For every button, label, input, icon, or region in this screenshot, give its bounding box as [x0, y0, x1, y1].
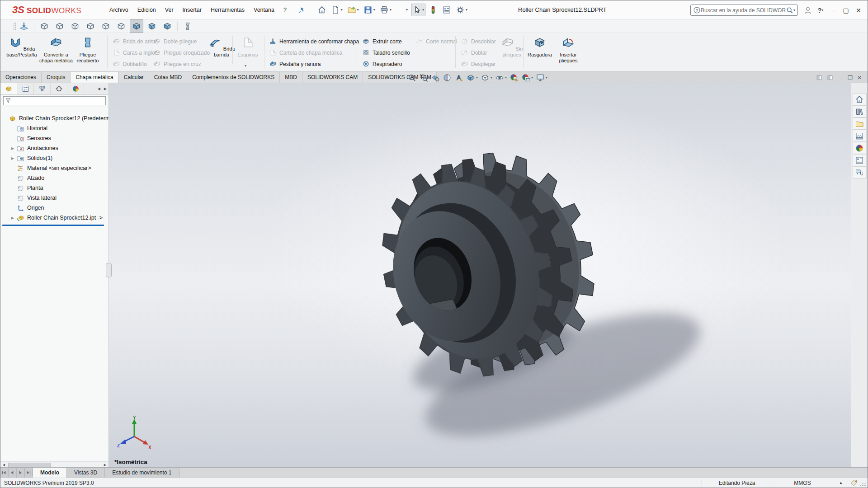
- menu-ver[interactable]: Ver: [160, 4, 178, 16]
- tree-item-vista-lateral[interactable]: Vista lateral: [0, 193, 108, 203]
- options-button[interactable]: ▾: [454, 4, 469, 16]
- menu-ventana[interactable]: Ventana: [249, 4, 279, 16]
- tree-item-root[interactable]: Roller Chain Sprocket12 (Predetermin: [0, 113, 108, 123]
- tree-item-imported-part[interactable]: ▶Roller Chain Sprocket12.ipt ->: [0, 213, 108, 223]
- file-properties-button[interactable]: [441, 4, 453, 16]
- minimize-button[interactable]: –: [827, 4, 840, 17]
- hide-show-items-button[interactable]: ▾: [495, 73, 507, 82]
- tag-icon[interactable]: [850, 479, 858, 487]
- tab-nav-first[interactable]: [0, 468, 9, 478]
- convertir-chapa-button[interactable]: Convertir a chapa metálica: [39, 35, 73, 64]
- taladro-sencillo-button[interactable]: Taladro sencillo: [362, 47, 410, 58]
- rebuild-button[interactable]: [427, 4, 439, 16]
- taskpane-design-library-button[interactable]: [853, 105, 867, 117]
- taskpane-view-palette-button[interactable]: [853, 130, 867, 142]
- tool-button[interactable]: [181, 19, 194, 33]
- tree-item-anotaciones[interactable]: ▶AAnotaciones: [0, 143, 108, 153]
- rasgadura-button[interactable]: Rasgadura: [525, 35, 555, 58]
- menu-archivo[interactable]: Archivo: [105, 4, 133, 16]
- view-right-button[interactable]: [84, 19, 97, 33]
- scroll-thumb[interactable]: [8, 463, 51, 468]
- doc-close-button[interactable]: ✕: [857, 75, 862, 81]
- respiradero-button[interactable]: Respiradero: [362, 58, 410, 70]
- tab-nav-last[interactable]: [25, 468, 33, 478]
- print-button[interactable]: ▾: [378, 4, 393, 16]
- taskpane-custom-properties-button[interactable]: [853, 154, 867, 166]
- tab-nav-next[interactable]: [17, 468, 25, 478]
- esquinas-flyout-caret[interactable]: ▾: [245, 64, 246, 68]
- tab-mbd[interactable]: MBD: [280, 72, 302, 83]
- view-isometric-button[interactable]: [130, 19, 143, 33]
- taskpane-forum-button[interactable]: [853, 166, 867, 178]
- apply-scene-button[interactable]: ▾: [521, 73, 533, 82]
- view-orientation-button[interactable]: ▾: [466, 73, 478, 82]
- tab-solidworks-cam[interactable]: SOLIDWORKS CAM: [302, 72, 363, 83]
- maximize-button[interactable]: ▢: [840, 4, 852, 17]
- view-trimetric-button[interactable]: [145, 19, 159, 33]
- pin-menu-icon[interactable]: [297, 6, 305, 14]
- graphics-area[interactable]: Y X Z *Isométrica: [109, 83, 851, 468]
- tree-item-planta[interactable]: Planta: [0, 183, 108, 193]
- close-button[interactable]: ✕: [852, 4, 865, 17]
- units-caret[interactable]: ▲: [832, 481, 850, 485]
- displaymanager-tab[interactable]: [67, 83, 84, 94]
- tree-item-sensores[interactable]: Sensores: [0, 133, 108, 143]
- view-settings-button[interactable]: ▾: [536, 73, 547, 82]
- view-front-button[interactable]: [38, 19, 51, 33]
- help-search-box[interactable]: ? ▾: [690, 5, 798, 16]
- tree-item-origen[interactable]: Origen: [0, 203, 108, 213]
- propertymanager-tab[interactable]: [17, 83, 34, 94]
- new-document-button[interactable]: ▾: [330, 4, 344, 16]
- tab-calcular[interactable]: Calcular: [119, 72, 149, 83]
- menu-help[interactable]: ?: [279, 4, 291, 16]
- tab-complementos[interactable]: Complementos de SOLIDWORKS: [187, 72, 280, 83]
- units-selector[interactable]: MMGS: [773, 480, 832, 486]
- view-top-button[interactable]: [99, 19, 113, 33]
- fm-tab-scroll-left[interactable]: ◀: [96, 87, 102, 91]
- taskpane-file-explorer-button[interactable]: [853, 117, 867, 130]
- tab-cotas-mbd[interactable]: Cotas MBD: [149, 72, 187, 83]
- tab-croquis[interactable]: Croquis: [42, 72, 71, 83]
- select-button[interactable]: ▾: [411, 4, 425, 16]
- annotations-button[interactable]: [454, 73, 463, 82]
- display-style-button[interactable]: ▾: [481, 73, 492, 82]
- tab-vistas-3d[interactable]: Vistas 3D: [67, 468, 105, 478]
- fm-tab-scroll-right[interactable]: ▶: [102, 87, 108, 91]
- doc-restore-button[interactable]: ❐: [848, 75, 853, 81]
- brida-barrida-button[interactable]: Brida barrida: [208, 35, 236, 58]
- normal-to-button[interactable]: [17, 19, 31, 33]
- search-icon[interactable]: [786, 6, 793, 14]
- tab-estudio-movimiento[interactable]: Estudio de movimiento 1: [105, 468, 179, 478]
- extruir-corte-button[interactable]: Extruir corte: [362, 36, 410, 47]
- feature-filter-input[interactable]: [11, 98, 104, 103]
- taskpane-appearances-button[interactable]: [853, 142, 867, 154]
- pestana-ranura-button[interactable]: Pestaña y ranura: [269, 58, 359, 70]
- insertar-pliegues-button[interactable]: Insertar pliegues: [555, 35, 582, 64]
- edit-appearance-button[interactable]: [509, 73, 519, 82]
- panel-splitter-handle[interactable]: [106, 263, 112, 277]
- conformar-chapa-button[interactable]: Herramienta de conformar chapa: [269, 36, 359, 47]
- menu-edicion[interactable]: Edición: [133, 4, 160, 16]
- toolbar-grip[interactable]: [13, 22, 16, 30]
- resize-grip[interactable]: [859, 479, 866, 487]
- taskpane-home-button[interactable]: [853, 93, 867, 105]
- previous-view-button[interactable]: [431, 73, 440, 82]
- tree-item-solidos[interactable]: ▶Sólidos(1): [0, 153, 108, 163]
- menu-insertar[interactable]: Insertar: [178, 4, 206, 16]
- scroll-right-arrow[interactable]: ▶: [102, 463, 108, 467]
- tab-nav-prev[interactable]: [9, 468, 17, 478]
- scroll-left-arrow[interactable]: ◀: [0, 463, 7, 467]
- pane-right-icon[interactable]: [827, 75, 833, 81]
- section-view-button[interactable]: [443, 73, 452, 82]
- brida-base-button[interactable]: Brida base/Pestaña: [5, 35, 38, 58]
- tab-chapa-metalica[interactable]: Chapa metálica: [71, 72, 118, 83]
- view-back-button[interactable]: [53, 19, 66, 33]
- login-user-icon[interactable]: [803, 6, 812, 15]
- home-button[interactable]: [316, 4, 328, 16]
- doc-minimize-button[interactable]: —: [838, 75, 843, 81]
- tree-item-material[interactable]: Material <sin especificar>: [0, 163, 108, 173]
- pane-left-icon[interactable]: [816, 75, 822, 81]
- view-dimetric-button[interactable]: [160, 19, 174, 33]
- configurationmanager-tab[interactable]: [34, 83, 51, 94]
- sprocket-model[interactable]: [109, 83, 851, 468]
